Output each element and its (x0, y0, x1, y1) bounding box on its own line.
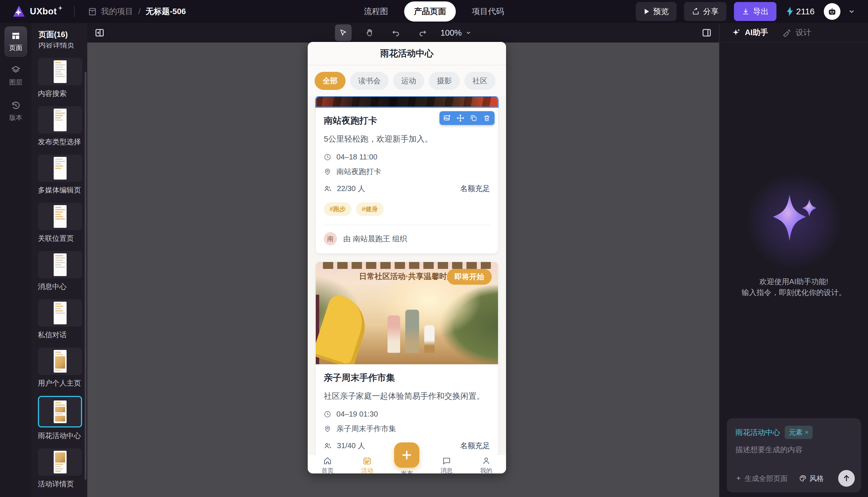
move-icon[interactable] (454, 112, 467, 124)
chip-sports[interactable]: 运动 (393, 72, 424, 90)
credits-counter: 2116 (786, 6, 814, 16)
tab-product-pages[interactable]: 产品页面 (404, 1, 456, 22)
ai-panel-header: AI助手 设计 (720, 23, 868, 43)
phone-scroll-area[interactable]: 南站夜跑打卡 5公里轻松跑，欢迎新手加入。 04–18 11:00 南站夜跑打卡… (308, 96, 506, 473)
page-item-profile[interactable]: 用户个人主页 (32, 347, 87, 388)
chip-bookclub[interactable]: 读书会 (350, 72, 389, 90)
page-item-publish-type[interactable]: 发布类型选择 (32, 106, 87, 146)
event-capacity: 31/40 人 (337, 441, 365, 451)
nav-messages[interactable]: 消息 (432, 456, 461, 473)
account-chevron-icon[interactable] (848, 8, 855, 15)
project-box-icon (88, 7, 97, 16)
rail-item-pages[interactable]: 页面 (4, 26, 27, 57)
event-description: 社区亲子家庭一起体验简易手作和交换闲置。 (324, 391, 490, 402)
delete-icon[interactable] (481, 112, 493, 124)
lightning-icon (786, 7, 794, 16)
status-badge-upcoming: 即将开始 (447, 269, 492, 285)
undo-icon[interactable] (387, 25, 404, 41)
event-tag[interactable]: #跑步 (324, 202, 351, 216)
cursor-tool[interactable] (335, 25, 351, 41)
home-icon (323, 456, 332, 465)
style-button[interactable]: 风格 (799, 474, 824, 483)
phone-artboard[interactable]: 雨花活动中心 全部 读书会 运动 摄影 社区 南站夜跑打卡 5公里轻松跑，欢 (308, 42, 506, 473)
tab-project-code[interactable]: 项目代码 (462, 1, 514, 22)
page-thumbnail (54, 302, 67, 324)
event-card-night-run[interactable]: 南站夜跑打卡 5公里轻松跑，欢迎新手加入。 04–18 11:00 南站夜跑打卡… (316, 96, 498, 253)
ai-welcome-text: 欢迎使用AI助手功能! 输入指令，即刻优化你的设计。 (742, 276, 846, 298)
chip-community[interactable]: 社区 (465, 72, 496, 90)
generate-all-pages-button[interactable]: 生成全部页面 (735, 474, 788, 483)
page-item-location[interactable]: 关联位置页 (32, 203, 87, 243)
share-button[interactable]: 分享 (684, 2, 726, 21)
zoom-control[interactable]: 100% (440, 28, 471, 38)
users-icon (324, 185, 332, 193)
image-clipped-banner-text (323, 262, 490, 269)
collapse-right-panel-icon[interactable] (702, 28, 711, 38)
canvas-toolbar: 100% (87, 23, 719, 43)
tab-design[interactable]: 设计 (783, 27, 811, 38)
preview-button[interactable]: 预览 (636, 2, 677, 21)
topbar-divider (74, 6, 75, 17)
family-figures-graphic (387, 310, 435, 353)
nav-activities[interactable]: 活动 (353, 456, 381, 473)
event-image-playground[interactable]: 日常社区活动·共享温馨时光 即将开始 (316, 262, 498, 364)
breadcrumb-project[interactable]: 我的项目 (88, 6, 133, 17)
event-tag[interactable]: #健身 (356, 202, 383, 216)
chat-input[interactable]: 描述想要生成的内容 (735, 445, 853, 455)
chat-actions-row: 生成全部页面 风格 (735, 470, 855, 487)
ai-chat-card[interactable]: 雨花活动中心 元素 × 描述想要生成的内容 生成全部页面 风格 (727, 418, 861, 493)
chat-context-row: 雨花活动中心 元素 × (735, 426, 853, 439)
replace-image-icon[interactable] (441, 112, 453, 124)
nav-profile[interactable]: 我的 (472, 456, 501, 473)
nav-home[interactable]: 首页 (313, 456, 342, 473)
page-thumbnail (54, 253, 67, 276)
brand-sparkle-icon (58, 6, 62, 10)
robot-icon (827, 6, 837, 16)
page-thumbnail (54, 109, 67, 131)
location-pin-icon (324, 168, 331, 175)
redo-icon[interactable] (414, 25, 430, 41)
clock-icon (324, 153, 331, 161)
account-avatar[interactable] (824, 3, 840, 20)
arrow-up-icon (842, 474, 851, 483)
canvas[interactable]: 100% 雨花活动中心 全部 读书会 运动 摄影 社区 (87, 23, 719, 497)
tab-ai-assistant[interactable]: AI助手 (732, 27, 768, 38)
pages-scrollbar[interactable] (85, 72, 86, 480)
nav-publish[interactable]: 发布 (392, 456, 421, 473)
chip-all[interactable]: 全部 (314, 72, 345, 90)
context-element-chip[interactable]: 元素 × (785, 426, 813, 439)
page-item-activity-center[interactable]: 雨花活动中心 (32, 396, 87, 440)
hand-tool[interactable] (361, 25, 378, 41)
event-location: 南站夜跑打卡 (336, 167, 381, 177)
chip-photography[interactable]: 摄影 (429, 72, 460, 90)
event-image-selected[interactable] (316, 96, 498, 107)
page-item-dm[interactable]: 私信对话 (32, 299, 87, 340)
rail-item-layers[interactable]: 图层 (9, 65, 23, 87)
location-pin-icon (324, 425, 331, 432)
event-capacity: 22/30 人 (337, 184, 365, 194)
zoom-chevron-icon (465, 30, 472, 36)
page-item-content-search[interactable]: 内容搜索 (32, 58, 87, 98)
ai-welcome-block: 欢迎使用AI助手功能! 输入指令，即刻优化你的设计。 (720, 184, 868, 298)
export-button[interactable]: 导出 (734, 2, 777, 21)
chip-close-icon[interactable]: × (805, 429, 809, 436)
page-item-activity-detail[interactable]: 活动详情页 (32, 449, 87, 489)
rail-item-versions[interactable]: 版本 (9, 101, 23, 122)
event-card-handcraft-market[interactable]: 日常社区活动·共享温馨时光 即将开始 亲子周末手作市集 社区亲子家庭一起体验简易… (316, 262, 498, 473)
page-item-message-center[interactable]: 消息中心 (32, 251, 87, 291)
quota-status: 名额充足 (460, 441, 490, 451)
publish-fab-button[interactable] (394, 442, 420, 468)
duplicate-icon[interactable] (468, 112, 480, 124)
page-item-media-edit[interactable]: 多媒体编辑页 (32, 155, 87, 195)
page-item-clipped[interactable]: 内容详情页 (32, 43, 87, 50)
brand[interactable]: UXbot (13, 5, 62, 18)
tab-flowchart[interactable]: 流程图 (354, 1, 398, 22)
topbar-actions: 预览 分享 导出 2116 (636, 2, 855, 21)
send-button[interactable] (838, 470, 855, 487)
ai-panel: AI助手 设计 欢迎使用AI助手功能! 输入指令，即刻优化你的设计。 (719, 23, 868, 497)
collapse-left-panel-icon[interactable] (95, 28, 104, 38)
clock-icon (324, 411, 331, 418)
left-rail: 页面 图层 版本 (0, 23, 32, 497)
playground-slide-graphic (316, 295, 384, 364)
sparkle-icon (732, 28, 741, 37)
